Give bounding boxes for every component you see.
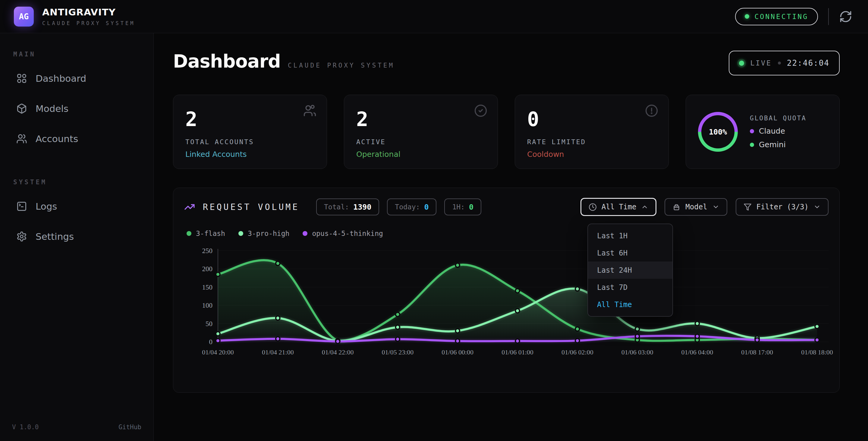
- stat-card-total-accounts: 2 TOTAL ACCOUNTS Linked Accounts: [173, 95, 327, 169]
- chevron-up-icon: [641, 203, 648, 210]
- legend-dot: [239, 231, 243, 236]
- stat-card-active: 2 ACTIVE Operational: [344, 95, 498, 169]
- funnel-icon: [744, 203, 752, 211]
- live-status-badge: LIVE 22:46:04: [729, 51, 840, 76]
- brand: AG ANTIGRAVITY CLAUDE PROXY SYSTEM: [14, 7, 135, 27]
- page-subtitle: CLAUDE PROXY SYSTEM: [288, 62, 395, 69]
- github-link[interactable]: GitHub: [119, 423, 141, 431]
- header-divider: [828, 8, 829, 25]
- sidebar-item-label: Models: [36, 103, 68, 114]
- stat-label: RATE LIMITED: [527, 138, 656, 146]
- legend-label: 3-flash: [196, 230, 225, 237]
- users-icon: [16, 133, 27, 144]
- chip-label: Today:: [395, 203, 420, 211]
- legend-dot: [303, 231, 307, 236]
- svg-text:0: 0: [209, 338, 213, 346]
- quota-legend-claude: Claude: [750, 127, 807, 136]
- line-chart: 05010015020025001/04 20:0001/04 21:0001/…: [184, 246, 829, 360]
- terminal-icon: [16, 201, 27, 212]
- request-volume-panel: REQUEST VOLUME Total: 1390 Today: 0 1H:: [173, 187, 840, 393]
- model-button-label: Model: [685, 203, 707, 211]
- stat-value: 2: [356, 108, 486, 131]
- svg-text:150: 150: [202, 284, 213, 291]
- svg-text:01/06 04:00: 01/06 04:00: [681, 348, 713, 356]
- connection-status-label: CONNECTING: [755, 13, 808, 21]
- total-chip: Total: 1390: [316, 199, 379, 215]
- app-name: ANTIGRAVITY: [42, 7, 135, 18]
- sidebar-item-label: Settings: [36, 231, 74, 242]
- sidebar: MAIN Dashboard Models Accounts SYSTEM Lo: [0, 33, 154, 441]
- legend-label: 3-pro-high: [248, 230, 289, 237]
- sidebar-item-dashboard[interactable]: Dashboard: [12, 67, 141, 90]
- stat-label: ACTIVE: [356, 138, 486, 146]
- chip-value: 1390: [353, 203, 371, 211]
- svg-text:01/05 23:00: 01/05 23:00: [382, 348, 414, 356]
- legend-item-3-pro-high: 3-pro-high: [239, 230, 289, 237]
- menu-item-last-24h[interactable]: Last 24H: [588, 262, 673, 279]
- quota-ring: 100%: [698, 112, 738, 152]
- gemini-dot: [750, 143, 754, 147]
- sidebar-item-settings[interactable]: Settings: [12, 225, 141, 248]
- app-version: V 1.0.0: [12, 423, 39, 431]
- refresh-icon[interactable]: [839, 10, 852, 23]
- box-icon: [673, 203, 681, 211]
- chevron-down-icon: [813, 203, 821, 210]
- menu-item-last-7d[interactable]: Last 7D: [588, 279, 673, 296]
- filter-dropdown-button[interactable]: Filter (3/3): [736, 198, 829, 216]
- stat-card-rate-limited: 0 RATE LIMITED Cooldown: [515, 95, 669, 169]
- live-clock: 22:46:04: [787, 59, 830, 67]
- svg-text:100: 100: [202, 302, 213, 309]
- svg-text:250: 250: [202, 247, 213, 255]
- dashboard-grid-icon: [16, 73, 27, 84]
- svg-text:01/08 17:00: 01/08 17:00: [741, 348, 773, 356]
- time-range-value: All Time: [601, 203, 637, 211]
- stat-value: 0: [527, 108, 656, 131]
- menu-item-last-6h[interactable]: Last 6H: [588, 244, 673, 262]
- filter-button-label: Filter (3/3): [756, 203, 809, 211]
- live-label: LIVE: [750, 59, 772, 67]
- users-icon: [303, 104, 316, 117]
- model-dropdown-button[interactable]: Model: [664, 198, 727, 216]
- stat-sub-label: Operational: [356, 150, 486, 159]
- svg-text:01/08 18:00: 01/08 18:00: [801, 348, 833, 356]
- stat-sub-label: Linked Accounts: [185, 150, 315, 159]
- chart-title: REQUEST VOLUME: [203, 202, 299, 212]
- svg-text:01/06 00:00: 01/06 00:00: [441, 348, 473, 356]
- sidebar-item-models[interactable]: Models: [12, 97, 141, 120]
- quota-percent: 100%: [701, 115, 735, 148]
- legend-label: opus-4-5-thinking: [312, 230, 383, 237]
- svg-text:01/06 03:00: 01/06 03:00: [621, 348, 653, 356]
- one-hour-chip: 1H: 0: [444, 199, 481, 215]
- menu-item-last-1h[interactable]: Last 1H: [588, 227, 673, 244]
- clock-icon: [589, 203, 597, 211]
- gear-icon: [16, 231, 27, 242]
- legend-dot: [187, 231, 191, 236]
- chart-legend: 3-flash 3-pro-high opus-4-5-thinking: [187, 230, 829, 237]
- svg-text:01/04 22:00: 01/04 22:00: [322, 348, 354, 356]
- svg-text:01/04 21:00: 01/04 21:00: [262, 348, 294, 356]
- sidebar-item-label: Dashboard: [36, 73, 86, 84]
- svg-text:200: 200: [202, 265, 213, 273]
- quota-legend-label: Claude: [759, 127, 785, 136]
- svg-text:01/06 01:00: 01/06 01:00: [501, 348, 533, 356]
- connection-status-dot: [745, 14, 749, 19]
- today-chip: Today: 0: [387, 199, 436, 215]
- legend-item-opus: opus-4-5-thinking: [303, 230, 383, 237]
- sidebar-item-accounts[interactable]: Accounts: [12, 127, 141, 150]
- check-circle-icon: [474, 104, 487, 117]
- time-range-dropdown-button[interactable]: All Time: [581, 198, 656, 216]
- menu-item-all-time[interactable]: All Time: [588, 296, 673, 313]
- svg-text:01/04 20:00: 01/04 20:00: [202, 348, 234, 356]
- quota-legend-label: Gemini: [759, 140, 786, 149]
- top-bar: AG ANTIGRAVITY CLAUDE PROXY SYSTEM CONNE…: [0, 0, 868, 33]
- sidebar-item-logs[interactable]: Logs: [12, 195, 141, 218]
- chevron-down-icon: [712, 203, 719, 210]
- chip-label: 1H:: [452, 203, 465, 211]
- stat-label: TOTAL ACCOUNTS: [185, 138, 315, 146]
- cube-icon: [16, 103, 27, 114]
- quota-legend-gemini: Gemini: [750, 140, 807, 149]
- time-range-menu: Last 1H Last 6H Last 24H Last 7D All Tim…: [587, 224, 673, 317]
- trending-up-icon: [184, 202, 195, 212]
- legend-item-3-flash: 3-flash: [187, 230, 225, 237]
- stat-card-global-quota: 100% GLOBAL QUOTA Claude Gemini: [686, 95, 840, 169]
